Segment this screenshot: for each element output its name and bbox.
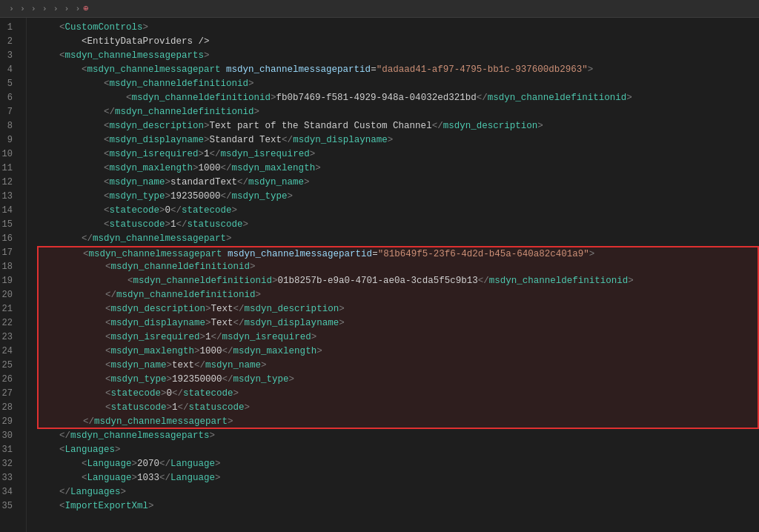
code-line: <msdyn_displayname>Standard Text</msdyn_… (37, 133, 759, 147)
line-number: 34 (0, 485, 19, 499)
line-number: 10 (0, 147, 19, 162)
line-number: 31 (0, 443, 19, 457)
code-line: <msdyn_channeldefinitionid>fb0b7469-f581… (37, 91, 759, 105)
code-line: <msdyn_displayname>Text</msdyn_displayna… (37, 316, 759, 330)
code-line: <statecode>0</statecode> (37, 204, 759, 218)
code-line: <msdyn_description>Text</msdyn_descripti… (37, 302, 759, 316)
line-number: 9 (0, 133, 19, 147)
code-line: <msdyn_channeldefinitionid> (37, 77, 759, 91)
code-line: <ImportExportXml> (37, 499, 759, 513)
line-number: 2 (0, 35, 19, 49)
code-line: <statecode>0</statecode> (37, 387, 759, 401)
line-number: 13 (0, 190, 19, 204)
code-line: <Language>2070</Language> (37, 457, 759, 471)
line-number: 29 (0, 415, 19, 429)
code-line: <msdyn_name>text</msdyn_name> (37, 359, 759, 373)
line-number: 24 (0, 345, 19, 359)
line-number: 15 (0, 218, 19, 232)
line-number: 4 (0, 63, 19, 77)
line-number: 35 (0, 499, 19, 513)
code-line: </msdyn_channeldefinitionid> (37, 105, 759, 119)
code-line: <Languages> (37, 443, 759, 457)
line-number: 8 (0, 119, 19, 133)
code-line: <msdyn_channeldefinitionid> (37, 260, 759, 274)
line-number: 7 (0, 105, 19, 119)
line-number: 26 (0, 373, 19, 387)
line-number: 18 (0, 260, 19, 274)
code-line: <statuscode>1</statuscode> (37, 218, 759, 232)
code-line: <CustomControls> (37, 21, 759, 35)
code-line: </msdyn_channelmessagepart> (37, 415, 759, 429)
line-number: 11 (0, 162, 19, 176)
code-line: <msdyn_channelmessagepart msdyn_channelm… (37, 63, 759, 77)
code-content[interactable]: <CustomControls> <EntityDataProviders />… (27, 18, 759, 532)
line-number: 17 (0, 246, 19, 260)
code-line: </msdyn_channelmessagepart> (37, 232, 759, 246)
line-number: 6 (0, 91, 19, 105)
code-line: <statuscode>1</statuscode> (37, 401, 759, 415)
line-number: 21 (0, 302, 19, 316)
code-editor[interactable]: 1234567891011121314151617181920212223242… (0, 18, 759, 532)
line-number: 33 (0, 471, 19, 485)
code-line: <msdyn_name>standardText</msdyn_name> (37, 176, 759, 190)
line-numbers: 1234567891011121314151617181920212223242… (0, 18, 27, 532)
code-line: <msdyn_type>192350000</msdyn_type> (37, 373, 759, 387)
line-number: 20 (0, 288, 19, 302)
line-number: 22 (0, 316, 19, 330)
code-line: </msdyn_channeldefinitionid> (37, 288, 759, 302)
line-number: 30 (0, 429, 19, 443)
code-line: <EntityDataProviders /> (37, 35, 759, 49)
code-line: <msdyn_isrequired>1</msdyn_isrequired> (37, 147, 759, 162)
line-number: 1 (0, 21, 19, 35)
breadcrumb-bar: › › › › › › › ⊕ (0, 0, 759, 18)
code-line: <msdyn_isrequired>1</msdyn_isrequired> (37, 330, 759, 345)
line-number: 14 (0, 204, 19, 218)
code-line: <msdyn_type>192350000</msdyn_type> (37, 190, 759, 204)
line-number: 25 (0, 359, 19, 373)
line-number: 32 (0, 457, 19, 471)
code-line: <msdyn_channelmessagepart msdyn_channelm… (37, 246, 759, 260)
code-line: <msdyn_channeldefinitionid>01b8257b-e9a0… (37, 274, 759, 288)
code-line: </Languages> (37, 485, 759, 499)
line-number: 12 (0, 176, 19, 190)
line-number: 28 (0, 401, 19, 415)
code-line: <msdyn_maxlength>1000</msdyn_maxlength> (37, 345, 759, 359)
code-line: <Language>1033</Language> (37, 471, 759, 485)
line-number: 5 (0, 77, 19, 91)
code-line: <msdyn_maxlength>1000</msdyn_maxlength> (37, 162, 759, 176)
code-line: <msdyn_channelmessageparts> (37, 49, 759, 63)
line-number: 3 (0, 49, 19, 63)
code-line: </msdyn_channelmessageparts> (37, 429, 759, 443)
line-number: 23 (0, 330, 19, 345)
line-number: 27 (0, 387, 19, 401)
line-number: 19 (0, 274, 19, 288)
breadcrumb-icon: ⊕ (83, 3, 88, 14)
line-number: 16 (0, 232, 19, 246)
code-line: <msdyn_description>Text part of the Stan… (37, 119, 759, 133)
